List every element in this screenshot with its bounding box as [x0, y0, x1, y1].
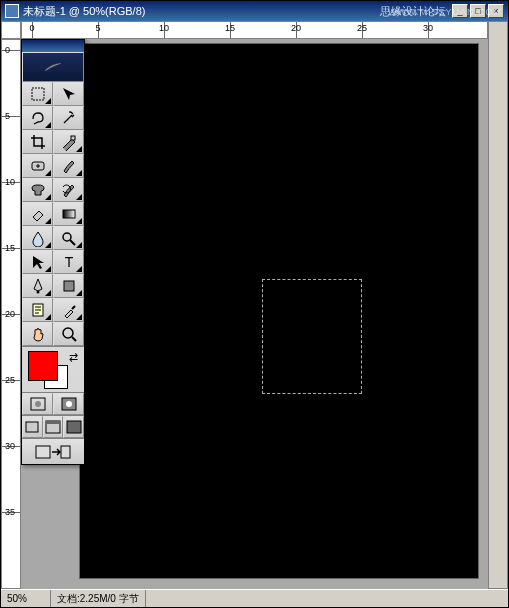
crop-tool[interactable]	[22, 130, 53, 154]
foreground-color-swatch[interactable]	[28, 351, 58, 381]
svg-point-9	[63, 328, 73, 338]
zoom-tool[interactable]	[53, 322, 84, 346]
svg-rect-14	[26, 422, 38, 432]
slice-tool[interactable]	[53, 130, 84, 154]
history-brush-tool[interactable]	[53, 178, 84, 202]
magic-wand-tool[interactable]	[53, 106, 84, 130]
svg-rect-17	[67, 421, 81, 433]
shape-tool[interactable]	[53, 274, 84, 298]
svg-rect-7	[64, 281, 74, 291]
screen-full-button[interactable]	[63, 416, 84, 438]
svg-rect-3	[63, 210, 75, 218]
screen-menubar-button[interactable]	[43, 416, 64, 438]
zoom-level[interactable]: 50%	[1, 590, 51, 607]
swap-colors-icon[interactable]: ⇄	[69, 351, 78, 364]
eraser-tool[interactable]	[22, 202, 53, 226]
svg-point-13	[66, 401, 72, 407]
blur-tool[interactable]	[22, 226, 53, 250]
dodge-tool[interactable]	[53, 226, 84, 250]
notes-tool[interactable]	[22, 298, 53, 322]
document-title: 未标题-1 @ 50%(RGB/8)	[23, 4, 380, 19]
status-bar: 50% 文档:2.25M/0 字节	[1, 589, 508, 607]
url-watermark: WWW.MISSYUAN.COM	[388, 7, 502, 17]
feather-preview	[22, 52, 84, 82]
svg-rect-18	[36, 446, 50, 458]
gradient-tool[interactable]	[53, 202, 84, 226]
marquee-tool[interactable]	[22, 82, 53, 106]
move-tool[interactable]	[53, 82, 84, 106]
svg-rect-0	[32, 88, 44, 100]
color-picker-area: ⇄	[22, 346, 84, 392]
stamp-tool[interactable]	[22, 178, 53, 202]
jump-to-imageready-button[interactable]	[22, 438, 84, 464]
app-icon	[5, 4, 19, 18]
svg-rect-16	[46, 421, 60, 424]
lasso-tool[interactable]	[22, 106, 53, 130]
horizontal-ruler[interactable]: 051015202530	[21, 21, 488, 39]
vertical-scrollbar[interactable]	[488, 21, 508, 589]
canvas-document[interactable]	[79, 43, 479, 579]
type-tool[interactable]: T	[53, 250, 84, 274]
standard-mode-button[interactable]	[22, 393, 53, 415]
healing-brush-tool[interactable]	[22, 154, 53, 178]
ruler-origin[interactable]	[1, 21, 21, 39]
marquee-selection[interactable]	[262, 279, 362, 394]
canvas-viewport[interactable]	[21, 39, 488, 589]
svg-rect-19	[61, 446, 70, 458]
brush-tool[interactable]	[53, 154, 84, 178]
svg-point-4	[63, 233, 71, 241]
toolbox-header[interactable]	[22, 40, 84, 52]
svg-point-11	[35, 401, 41, 407]
pen-tool[interactable]	[22, 274, 53, 298]
svg-text:T: T	[64, 254, 73, 270]
vertical-ruler[interactable]: 05101520253035	[1, 39, 21, 589]
hand-tool[interactable]	[22, 322, 53, 346]
quickmask-mode-button[interactable]	[53, 393, 84, 415]
document-info[interactable]: 文档:2.25M/0 字节	[51, 590, 146, 607]
svg-rect-1	[71, 136, 75, 140]
eyedropper-tool[interactable]	[53, 298, 84, 322]
screen-standard-button[interactable]	[22, 416, 43, 438]
path-selection-tool[interactable]	[22, 250, 53, 274]
svg-point-6	[36, 291, 39, 294]
toolbox-panel[interactable]: T ⇄	[21, 39, 85, 465]
